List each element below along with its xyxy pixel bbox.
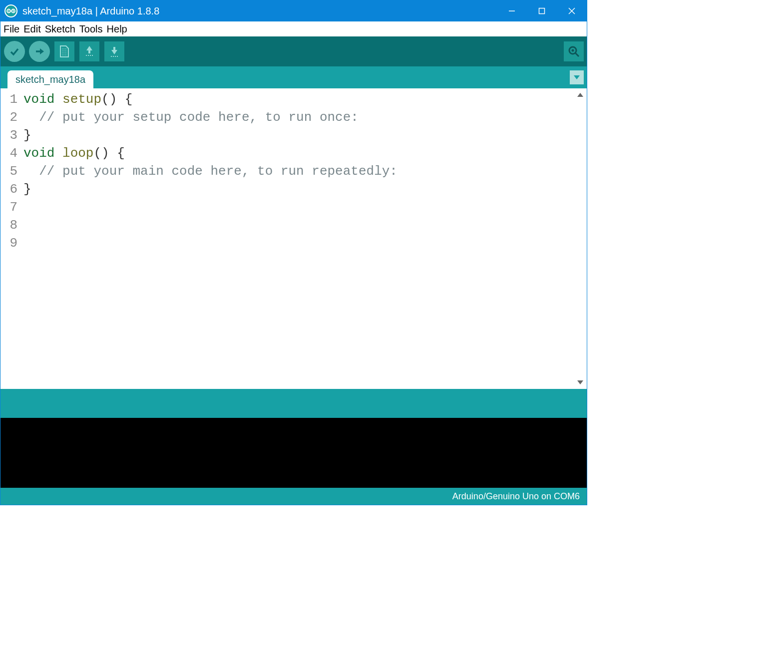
scroll-up-icon[interactable] <box>576 90 585 99</box>
menu-sketch[interactable]: Sketch <box>44 23 76 35</box>
menu-file[interactable]: File <box>2 23 20 35</box>
scroll-down-icon[interactable] <box>576 378 585 387</box>
svg-marker-11 <box>60 46 68 57</box>
status-bar <box>0 389 587 418</box>
svg-marker-25 <box>577 380 583 384</box>
board-port-label: Arduino/Genuino Uno on COM6 <box>452 491 580 502</box>
menubar: File Edit Sketch Tools Help <box>0 21 587 36</box>
menu-edit[interactable]: Edit <box>22 23 41 35</box>
open-button[interactable] <box>78 40 100 62</box>
minimize-button[interactable] <box>497 0 527 21</box>
svg-point-21 <box>572 49 574 52</box>
titlebar: sketch_may18a | Arduino 1.8.8 <box>0 0 587 21</box>
svg-marker-24 <box>577 93 583 97</box>
svg-line-22 <box>575 53 579 56</box>
close-button[interactable] <box>557 0 587 21</box>
arduino-logo-icon <box>4 4 17 17</box>
svg-marker-23 <box>574 75 580 79</box>
code-editor[interactable]: 123456789 void setup() { // put your set… <box>0 88 587 389</box>
line-gutter: 123456789 <box>0 88 19 389</box>
menu-help[interactable]: Help <box>106 23 128 35</box>
save-button[interactable] <box>103 40 125 62</box>
code-area[interactable]: void setup() { // put your setup code he… <box>19 88 587 389</box>
tab-menu-button[interactable] <box>570 70 584 84</box>
tab-sketch[interactable]: sketch_may18a <box>7 70 93 88</box>
upload-button[interactable] <box>28 40 50 62</box>
maximize-button[interactable] <box>527 0 557 21</box>
svg-marker-18 <box>111 47 117 54</box>
new-button[interactable] <box>53 40 75 62</box>
svg-marker-16 <box>86 46 92 53</box>
window-title: sketch_may18a | Arduino 1.8.8 <box>22 5 497 17</box>
svg-rect-6 <box>539 8 545 14</box>
output-console[interactable] <box>0 418 587 488</box>
serial-monitor-button[interactable] <box>564 41 584 61</box>
toolbar <box>0 36 587 66</box>
tabstrip: sketch_may18a <box>0 66 587 88</box>
svg-marker-10 <box>40 48 44 54</box>
footer: Arduino/Genuino Uno on COM6 <box>0 488 587 505</box>
verify-button[interactable] <box>3 40 25 62</box>
menu-tools[interactable]: Tools <box>78 23 104 35</box>
